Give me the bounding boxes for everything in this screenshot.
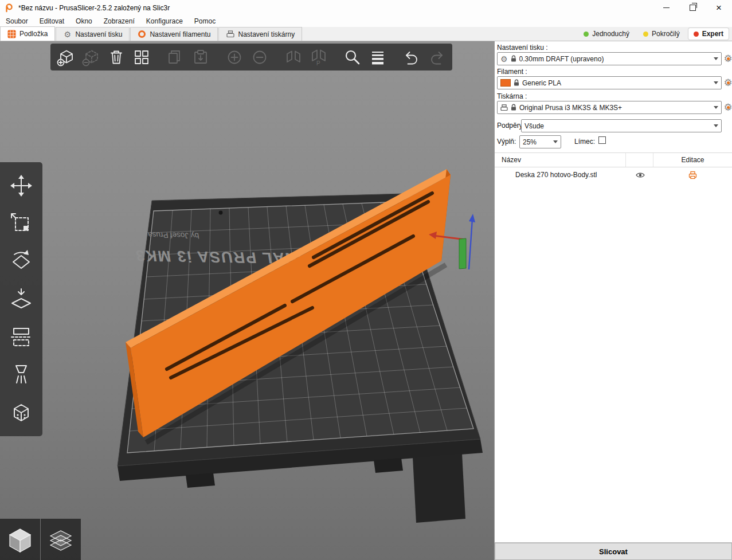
- tab-bar: Podložka ⚙ Nastavení tisku Nastavení fil…: [0, 27, 732, 41]
- column-name-header: Název: [495, 153, 626, 167]
- tab-label: Nastavení tisku: [75, 30, 122, 38]
- printer-label: Tiskárna :: [497, 92, 527, 100]
- column-eye-header: [626, 153, 653, 167]
- delete-all-button[interactable]: [104, 46, 128, 69]
- object-list: Název Editace Deska 270 hotovo-Body.stl: [495, 152, 732, 182]
- undo-button[interactable]: [400, 46, 424, 69]
- chevron-down-icon: [714, 124, 718, 127]
- minimize-button[interactable]: [653, 0, 679, 15]
- menu-editovat[interactable]: Editovat: [34, 15, 70, 27]
- slice-button[interactable]: Slicovat: [495, 543, 732, 560]
- object-name: Deska 270 hotovo-Body.stl: [515, 171, 597, 179]
- object-edit-button[interactable]: [653, 171, 732, 179]
- copy-button[interactable]: [163, 46, 187, 69]
- bed-byline-text: by Josef Prusa: [147, 230, 199, 240]
- mode-pokrocily[interactable]: Pokročilý: [638, 28, 685, 40]
- mode-expert[interactable]: Expert: [688, 28, 729, 40]
- redo-button[interactable]: [425, 46, 449, 69]
- brim-checkbox[interactable]: [598, 136, 606, 144]
- simple-mode-dot-icon: [584, 32, 589, 37]
- edit-settings-icon: [688, 171, 697, 179]
- print-preset-combo[interactable]: ⚙ 0.30mm DRAFT (upraveno): [497, 52, 722, 65]
- add-object-button[interactable]: [54, 46, 78, 69]
- mode-jednoduchy[interactable]: Jednoduchý: [578, 28, 635, 40]
- mode-label: Pokročilý: [652, 30, 680, 38]
- svg-text:P: P: [316, 60, 320, 66]
- printer-preset-value: Original Prusa i3 MK3S & MK3S+: [519, 104, 711, 112]
- prusaslicer-logo-icon: [5, 3, 14, 13]
- brim-label: Límec:: [574, 138, 595, 146]
- 3d-editor-view-button[interactable]: [0, 519, 40, 560]
- filament-label: Filament :: [497, 68, 527, 76]
- mode-label: Expert: [702, 30, 723, 38]
- minimize-icon: [663, 7, 670, 8]
- move-button[interactable]: [3, 167, 39, 205]
- object-toolbar: P: [50, 44, 452, 71]
- object-row[interactable]: Deska 270 hotovo-Body.stl: [495, 167, 732, 182]
- modified-gear-icon: ⚙: [500, 55, 508, 63]
- supports-label: Podpěry:: [497, 122, 524, 130]
- settings-sidebar: Nastavení tisku : ⚙ 0.30mm DRAFT (uprave…: [494, 41, 732, 560]
- menu-zobrazeni[interactable]: Zobrazení: [98, 15, 140, 27]
- place-on-face-button[interactable]: [3, 280, 39, 318]
- rotate-button[interactable]: [3, 242, 39, 280]
- viewport-3d[interactable]: by Josef Prusa ORIGINAL PRUSA i3 MK3: [0, 41, 494, 560]
- restore-icon: [690, 5, 696, 11]
- arrange-button[interactable]: [130, 46, 154, 69]
- tab-nastaveni-tiskarny[interactable]: Nastavení tiskárny: [218, 27, 302, 41]
- add-instance-button[interactable]: [222, 46, 246, 69]
- gizmo-toolbar: [0, 162, 42, 436]
- variable-layer-height-button[interactable]: [366, 46, 390, 69]
- search-button[interactable]: [340, 46, 365, 69]
- tab-nastaveni-filamentu[interactable]: Nastavení filamentu: [130, 27, 218, 41]
- menu-okno[interactable]: Okno: [70, 15, 98, 27]
- printer-icon: [500, 104, 508, 111]
- print-settings-label: Nastavení tisku :: [497, 44, 548, 52]
- infill-combo[interactable]: 25%: [519, 135, 561, 148]
- restore-button[interactable]: [679, 0, 706, 15]
- sliced-preview-button[interactable]: [41, 519, 81, 560]
- filament-settings-gear-button[interactable]: ⚙: [723, 78, 732, 88]
- menu-konfigurace[interactable]: Konfigurace: [140, 15, 189, 27]
- printer-icon: [226, 30, 234, 38]
- print-preset-value: 0.30mm DRAFT (upraveno): [519, 55, 711, 63]
- scale-button[interactable]: [3, 205, 39, 242]
- lock-icon: [511, 55, 516, 62]
- chevron-down-icon: [714, 106, 718, 109]
- close-button[interactable]: ×: [706, 0, 732, 15]
- split-to-objects-button[interactable]: [281, 46, 306, 69]
- split-to-parts-button[interactable]: P: [307, 46, 331, 69]
- tab-label: Podložka: [19, 30, 48, 38]
- filament-preset-value: Generic PLA: [522, 79, 711, 87]
- filament-icon: [138, 30, 146, 38]
- supports-combo[interactable]: Všude: [521, 119, 722, 132]
- advanced-mode-dot-icon: [643, 32, 648, 37]
- chevron-down-icon: [714, 57, 718, 60]
- lock-icon: [511, 104, 516, 111]
- tab-podlozka[interactable]: Podložka: [0, 26, 55, 41]
- seam-button[interactable]: [3, 394, 39, 432]
- remove-instance-button[interactable]: [248, 46, 272, 69]
- printer-settings-gear-button[interactable]: ⚙: [723, 103, 732, 113]
- supports-value: Všude: [524, 122, 711, 130]
- view-toolbar: [0, 519, 81, 560]
- column-edit-header: Editace: [653, 156, 732, 164]
- visibility-toggle[interactable]: [627, 172, 653, 178]
- filament-preset-combo[interactable]: Generic PLA: [497, 76, 722, 89]
- chevron-down-icon: [553, 140, 558, 143]
- cut-button[interactable]: [3, 318, 39, 356]
- printer-preset-combo[interactable]: Original Prusa i3 MK3S & MK3S+: [497, 101, 722, 114]
- infill-value: 25%: [523, 138, 550, 146]
- scene-3d[interactable]: by Josef Prusa ORIGINAL PRUSA i3 MK3: [0, 41, 494, 560]
- menu-soubor[interactable]: Soubor: [0, 15, 34, 27]
- paint-support-button[interactable]: [3, 356, 39, 394]
- print-settings-gear-button[interactable]: ⚙: [723, 54, 732, 64]
- delete-object-button[interactable]: [79, 46, 103, 69]
- gear-icon: ⚙: [63, 30, 72, 38]
- paste-button[interactable]: [189, 46, 213, 69]
- menu-pomoc[interactable]: Pomoc: [189, 15, 221, 27]
- filament-color-swatch: [500, 79, 511, 87]
- chevron-down-icon: [714, 81, 718, 84]
- plater-icon: [7, 30, 16, 38]
- tab-nastaveni-tisku[interactable]: ⚙ Nastavení tisku: [56, 27, 130, 41]
